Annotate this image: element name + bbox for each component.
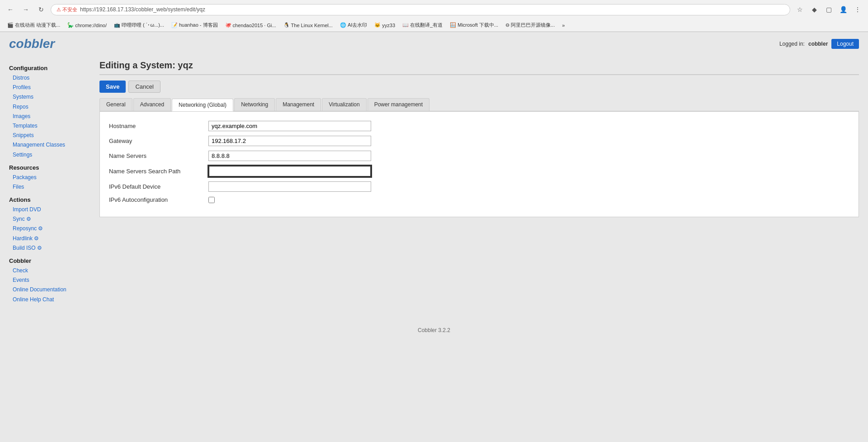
username: cobbler — [808, 41, 828, 47]
sidebar-section-actions: Actions — [9, 196, 81, 203]
sidebar: Configuration Distros Profiles Systems R… — [0, 56, 90, 309]
form-row-name-servers: Name Servers — [109, 151, 849, 161]
sidebar-item-profiles[interactable]: Profiles — [9, 83, 81, 92]
extensions-button[interactable]: ◆ — [808, 4, 820, 15]
footer-text: Cobbler 3.2.2 — [418, 327, 450, 333]
bookmark-bilibili[interactable]: 📺 哔哩哔哩 ( ´･ω...)... — [111, 21, 167, 29]
sidebar-item-online-docs[interactable]: Online Documentation — [9, 285, 81, 295]
bookmark-anime[interactable]: 🎬 在线动画 动漫下载... — [5, 21, 63, 29]
sidebar-item-mgmt-classes[interactable]: Management Classes — [9, 140, 81, 150]
tab-power-management[interactable]: Power management — [368, 98, 429, 111]
bookmark-alibaba[interactable]: ⊖ 阿里巴巴开源镜像... — [503, 21, 557, 29]
ipv6-default-device-label: IPv6 Default Device — [109, 183, 208, 190]
name-servers-label: Name Servers — [109, 152, 208, 159]
logout-button[interactable]: Logout — [831, 39, 859, 49]
name-servers-search-path-label: Name Servers Search Path — [109, 168, 208, 175]
tab-bar: General Advanced Networking (Global) Net… — [99, 98, 859, 111]
ipv6-autoconfig-checkbox[interactable] — [208, 197, 215, 203]
tab-general[interactable]: General — [99, 98, 132, 111]
sync-icon: ⚙ — [26, 215, 31, 223]
sidebar-section-resources: Resources — [9, 164, 81, 171]
bookmark-microsoft[interactable]: 🪟 Microsoft 下载中... — [447, 21, 501, 29]
name-servers-input[interactable] — [208, 151, 371, 161]
sidebar-item-settings[interactable]: Settings — [9, 150, 81, 160]
reposync-icon: ⚙ — [38, 224, 43, 233]
sidebar-item-hardlink[interactable]: Hardlink ⚙ — [9, 234, 81, 243]
action-buttons: Save Cancel — [99, 81, 859, 93]
name-servers-search-path-input[interactable] — [208, 166, 371, 177]
login-info: Logged in: cobbler Logout — [779, 39, 859, 49]
sidebar-section-cobbler: Cobbler — [9, 257, 81, 264]
bookmark-huanhao[interactable]: 📝 huanhao - 博客园 — [169, 21, 221, 29]
sidebar-item-files[interactable]: Files — [9, 182, 81, 192]
tab-button[interactable]: ▢ — [823, 4, 835, 15]
hostname-label: Hostname — [109, 123, 208, 129]
ipv6-autoconfig-label: IPv6 Autoconfiguration — [109, 196, 208, 203]
sidebar-item-events[interactable]: Events — [9, 276, 81, 285]
main-layout: Configuration Distros Profiles Systems R… — [0, 56, 868, 318]
gateway-input[interactable] — [208, 136, 371, 146]
save-button[interactable]: Save — [99, 81, 126, 93]
reload-button[interactable]: ↻ — [35, 4, 47, 15]
bookmark-linux[interactable]: 🐧 The Linux Kernel... — [281, 21, 335, 29]
site-header: cobbler Logged in: cobbler Logout — [0, 32, 868, 56]
sidebar-item-templates[interactable]: Templates — [9, 121, 81, 131]
sidebar-item-online-help[interactable]: Online Help Chat — [9, 295, 81, 304]
bookmark-ai[interactable]: 🌐 AI去水印 — [337, 21, 370, 29]
bookmarks-bar: 🎬 在线动画 动漫下载... 🦕 chrome://dino/ 📺 哔哩哔哩 (… — [0, 19, 868, 32]
forward-button[interactable]: → — [20, 4, 32, 15]
tab-networking-global[interactable]: Networking (Global) — [172, 99, 233, 111]
form-row-ipv6-autoconfig: IPv6 Autoconfiguration — [109, 196, 849, 203]
tab-virtualization[interactable]: Virtualization — [322, 98, 366, 111]
tab-advanced[interactable]: Advanced — [133, 98, 171, 111]
tab-networking[interactable]: Networking — [234, 98, 275, 111]
form-row-ipv6-device: IPv6 Default Device — [109, 181, 849, 192]
logged-in-label: Logged in: — [779, 41, 805, 47]
footer: Cobbler 3.2.2 — [0, 318, 868, 342]
cancel-button[interactable]: Cancel — [128, 81, 160, 93]
menu-button[interactable]: ⋮ — [852, 4, 863, 15]
sidebar-item-systems[interactable]: Systems — [9, 92, 81, 102]
hardlink-icon: ⚙ — [34, 234, 39, 243]
bookmark-more[interactable]: » — [559, 22, 567, 29]
sidebar-item-check[interactable]: Check — [9, 266, 81, 276]
sidebar-item-build-iso[interactable]: Build ISO ⚙ — [9, 243, 81, 253]
sidebar-item-reposync[interactable]: Reposync ⚙ — [9, 224, 81, 233]
form-row-hostname: Hostname — [109, 121, 849, 131]
back-button[interactable]: ← — [5, 4, 16, 15]
sidebar-item-packages[interactable]: Packages — [9, 173, 81, 182]
form-row-name-servers-search-path: Name Servers Search Path — [109, 166, 849, 177]
hostname-input[interactable] — [208, 121, 371, 131]
gateway-label: Gateway — [109, 138, 208, 144]
sidebar-item-import-dvd[interactable]: Import DVD — [9, 205, 81, 214]
bookmark-github[interactable]: 🐙 chendao2015 · Gi... — [222, 21, 279, 29]
sidebar-item-repos[interactable]: Repos — [9, 102, 81, 112]
buildiso-icon: ⚙ — [37, 244, 42, 252]
browser-chrome: ← → ↻ ⚠ 不安全 https://192.168.17.133/cobbl… — [0, 0, 868, 32]
content-area: Editing a System: yqz Save Cancel Genera… — [90, 56, 868, 309]
site-logo: cobbler — [9, 37, 55, 51]
bookmark-button[interactable]: ☆ — [794, 4, 806, 15]
ipv6-default-device-input[interactable] — [208, 181, 371, 192]
page-wrapper: cobbler Logged in: cobbler Logout Config… — [0, 32, 868, 417]
form-panel: Hostname Gateway Name Servers Name Serve… — [99, 111, 859, 217]
sidebar-item-distros[interactable]: Distros — [9, 73, 81, 83]
profile-button[interactable]: 👤 — [837, 4, 849, 15]
tab-management[interactable]: Management — [276, 98, 321, 111]
sidebar-section-configuration: Configuration — [9, 65, 81, 71]
security-warning: ⚠ 不安全 — [57, 6, 77, 13]
url-text: https://192.168.17.133/cobbler_web/syste… — [80, 6, 784, 13]
sidebar-item-sync[interactable]: Sync ⚙ — [9, 214, 81, 224]
browser-actions: ☆ ◆ ▢ 👤 ⋮ — [794, 4, 863, 15]
bookmark-youdao[interactable]: 📖 在线翻译_有道 — [400, 21, 445, 29]
sidebar-item-images[interactable]: Images — [9, 112, 81, 121]
bookmark-github2[interactable]: 🐱 yyz33 — [372, 21, 398, 29]
browser-toolbar: ← → ↻ ⚠ 不安全 https://192.168.17.133/cobbl… — [0, 0, 868, 19]
form-row-gateway: Gateway — [109, 136, 849, 146]
bookmark-dino[interactable]: 🦕 chrome://dino/ — [65, 21, 109, 29]
address-bar[interactable]: ⚠ 不安全 https://192.168.17.133/cobbler_web… — [51, 4, 790, 15]
sidebar-item-snippets[interactable]: Snippets — [9, 131, 81, 140]
page-title: Editing a System: yqz — [99, 60, 859, 75]
